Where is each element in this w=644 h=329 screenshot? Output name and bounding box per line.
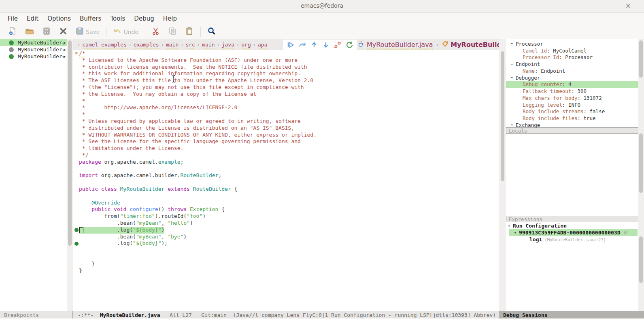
- menu-item-options[interactable]: Options: [43, 15, 75, 22]
- tree-attribute-row[interactable]: Debug counter: 4: [506, 81, 644, 88]
- open-folder-icon: [25, 27, 34, 37]
- breadcrumb-segment[interactable]: main: [166, 42, 179, 48]
- editor-right-scrollbar[interactable]: [499, 39, 506, 311]
- breadcrumb-segment[interactable]: camel-examples: [82, 42, 127, 48]
- menu-item-file[interactable]: File: [3, 15, 22, 22]
- scrollbar-thumb[interactable]: [68, 40, 72, 246]
- code-line: [73, 166, 499, 173]
- expander-icon[interactable]: ▾: [511, 42, 516, 46]
- expander-icon[interactable]: ▾: [511, 62, 516, 66]
- code-line: [73, 247, 499, 254]
- tree-attribute-row[interactable]: Processor Id: Processor: [506, 54, 644, 61]
- scrollbar-thumb[interactable]: [639, 133, 643, 193]
- expressions-body: ▾ Run Configuration ▾ 990913C359FF4DB-00…: [506, 222, 644, 243]
- breakpoint-list-item[interactable]: MyRouteBuilder.→: [0, 46, 67, 53]
- debug-sessions-panel: ▾ProcessorCamel Id: MyCoolCamelProcessor…: [506, 39, 644, 311]
- menu-item-buffers[interactable]: Buffers: [75, 15, 106, 22]
- open-file-button[interactable]: [21, 26, 38, 38]
- tree-attribute-value: : 4: [562, 81, 572, 87]
- search-button[interactable]: [203, 26, 220, 38]
- expander-icon[interactable]: ▾: [508, 224, 513, 228]
- scrollbar-thumb[interactable]: [639, 40, 643, 78]
- breadcrumb-segment[interactable]: org: [241, 42, 251, 48]
- code-line: .log("${body}"): [73, 227, 499, 234]
- code-line: package org.apache.camel.example;: [73, 159, 499, 166]
- debug-session-row[interactable]: ▾ 990913C359FF4DB-000000000000003D Br →: [506, 229, 644, 236]
- scrollbar-thumb[interactable]: [501, 51, 504, 181]
- panel-scrollbar-track[interactable]: [638, 39, 644, 311]
- debug-step-in-button[interactable]: [322, 41, 330, 49]
- breadcrumb-segment[interactable]: java: [222, 42, 234, 48]
- breakpoint-dot-icon[interactable]: [74, 242, 79, 246]
- undo-button[interactable]: Undo: [109, 26, 142, 38]
- tree-attribute-row[interactable]: Camel Id: MyCoolCamel: [506, 47, 644, 54]
- tree-attribute-row[interactable]: Body include files: true: [506, 115, 644, 122]
- new-file-button[interactable]: [4, 26, 21, 38]
- tree-attribute-value: : true: [577, 115, 595, 121]
- close-icon[interactable]: ×: [625, 2, 631, 10]
- cut-button[interactable]: [148, 26, 164, 38]
- code-line: *: [73, 98, 499, 105]
- tab-file-name[interactable]: MyRouteBuilder.java: [367, 41, 433, 49]
- tree-section-row[interactable]: ▾Endpoint: [506, 61, 644, 67]
- scrollbar-thumb[interactable]: [639, 236, 643, 283]
- tree-attribute-value: : false: [584, 108, 605, 114]
- save-archive-button[interactable]: [38, 26, 55, 38]
- tree-attribute-value: : Endpoint: [535, 68, 565, 74]
- tree-attribute-row[interactable]: Name: Endpoint: [506, 67, 644, 74]
- code-editor[interactable]: ›camel-examples›examples›main›src›main›j…: [73, 39, 499, 311]
- expander-icon[interactable]: ▾: [511, 76, 516, 80]
- breadcrumb-segment[interactable]: apa: [258, 42, 267, 48]
- code-line: * http://www.apache.org/licenses/LICENSE…: [73, 104, 499, 111]
- debug-restart-button[interactable]: [345, 41, 353, 49]
- breadcrumb-segment[interactable]: main: [202, 42, 215, 48]
- locals-header: Locals: [506, 127, 644, 134]
- debug-step-over-button[interactable]: [298, 41, 306, 49]
- menu-item-debug[interactable]: Debug: [130, 15, 158, 22]
- tree-attribute-key: Camel Id: [523, 48, 547, 54]
- code-text[interactable]: /* * Licensed to the Apache Software Fou…: [73, 50, 499, 311]
- tree-attribute-row[interactable]: Body include streams: false: [506, 108, 644, 115]
- overflow-arrow-icon: →: [62, 53, 66, 59]
- tree-attribute-row[interactable]: Max chars for body: 131072: [506, 95, 644, 101]
- save-button[interactable]: Save: [71, 26, 104, 38]
- scissors-icon: [152, 27, 160, 37]
- undo-icon: [113, 27, 122, 37]
- modeline-status: -:**-: [78, 312, 94, 318]
- session-badge-truncated: Br: [623, 230, 628, 235]
- menu-item-tools[interactable]: Tools: [106, 15, 130, 22]
- echo-area[interactable]: [0, 318, 644, 329]
- toolbar-separator: [200, 27, 201, 37]
- expander-icon[interactable]: ▾: [514, 231, 519, 235]
- code-line: .log("${body}");: [73, 240, 499, 247]
- debug-step-out-button[interactable]: [310, 41, 318, 49]
- debug-continue-button[interactable]: [287, 41, 295, 49]
- tree-section-row[interactable]: ▾Debugger: [506, 74, 644, 81]
- menu-item-help[interactable]: Help: [159, 15, 181, 22]
- expression-location: (MyRouteBuilder.java:27): [544, 237, 606, 242]
- tab-symbol-name[interactable]: MyRouteBuilder: [451, 41, 499, 49]
- menu-item-edit[interactable]: Edit: [22, 15, 43, 22]
- breakpoint-list-item[interactable]: MyRouteBuilder.→: [0, 39, 67, 46]
- code-line: }: [73, 268, 499, 274]
- expressions-root-row[interactable]: ▾ Run Configuration: [506, 222, 644, 229]
- expander-icon[interactable]: ▾: [511, 123, 516, 127]
- tree-attribute-row[interactable]: Logging level: INFO: [506, 101, 644, 108]
- close-buffer-button[interactable]: [55, 26, 71, 38]
- expression-entry-row[interactable]: log1 (MyRouteBuilder.java:27): [506, 236, 644, 243]
- breakpoints-modeline-label: Breakpoints: [4, 312, 39, 318]
- copy-button[interactable]: [164, 26, 181, 38]
- breakpoint-dot-icon: [9, 40, 14, 45]
- debug-disconnect-button[interactable]: [334, 41, 342, 49]
- breadcrumb-segment[interactable]: src: [185, 42, 195, 48]
- tree-section-row[interactable]: ▾Processor: [506, 40, 644, 47]
- editor-modeline: -:**- MyRouteBuilder.java All L27 Git:ma…: [73, 312, 496, 318]
- editor-left-scrollbar[interactable]: [67, 39, 73, 311]
- tree-section-label: Debugger: [516, 75, 540, 81]
- breadcrumb-segment[interactable]: examples: [134, 42, 159, 48]
- tree-attribute-value: : 131072: [577, 95, 601, 101]
- tree-attribute-row[interactable]: Fallback timeout: 300: [506, 88, 644, 95]
- code-line: import org.apache.camel.builder.RouteBui…: [73, 172, 499, 179]
- paste-button[interactable]: [181, 26, 198, 38]
- breakpoint-list-item[interactable]: MyRouteBuilder.→: [0, 53, 67, 60]
